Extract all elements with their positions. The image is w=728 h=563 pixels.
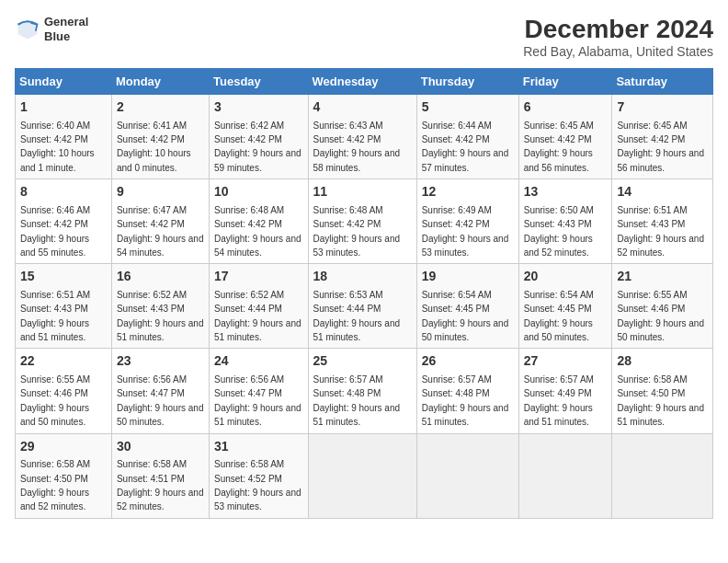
day-info: Sunrise: 6:54 AMSunset: 4:45 PMDaylight:… [422, 290, 509, 342]
calendar-cell: 31Sunrise: 6:58 AMSunset: 4:52 PMDayligh… [210, 433, 308, 518]
day-number: 4 [313, 98, 412, 117]
day-info: Sunrise: 6:58 AMSunset: 4:50 PMDaylight:… [20, 459, 90, 511]
day-info: Sunrise: 6:54 AMSunset: 4:45 PMDaylight:… [524, 290, 594, 342]
day-number: 23 [117, 352, 204, 371]
calendar-cell: 8Sunrise: 6:46 AMSunset: 4:42 PMDaylight… [16, 179, 112, 264]
day-info: Sunrise: 6:55 AMSunset: 4:46 PMDaylight:… [617, 290, 704, 342]
day-number: 18 [313, 268, 412, 286]
day-header-tuesday: Tuesday [210, 69, 308, 95]
day-number: 9 [117, 183, 204, 201]
calendar-cell: 11Sunrise: 6:48 AMSunset: 4:42 PMDayligh… [308, 179, 416, 264]
day-info: Sunrise: 6:55 AMSunset: 4:46 PMDaylight:… [20, 374, 90, 427]
day-info: Sunrise: 6:53 AMSunset: 4:44 PMDaylight:… [313, 290, 401, 342]
day-number: 28 [617, 352, 708, 371]
day-number: 17 [214, 268, 302, 286]
day-info: Sunrise: 6:57 AMSunset: 4:49 PMDaylight:… [524, 374, 594, 427]
day-number: 19 [422, 268, 514, 286]
calendar-cell: 23Sunrise: 6:56 AMSunset: 4:47 PMDayligh… [111, 349, 209, 433]
day-number: 2 [117, 98, 204, 117]
day-info: Sunrise: 6:51 AMSunset: 4:43 PMDaylight:… [20, 290, 90, 342]
page-header: General Blue December 2024 Red Bay, Alab… [15, 15, 713, 59]
day-header-wednesday: Wednesday [308, 69, 416, 95]
week-row-2: 8Sunrise: 6:46 AMSunset: 4:42 PMDaylight… [16, 179, 713, 264]
calendar-cell: 9Sunrise: 6:47 AMSunset: 4:42 PMDaylight… [111, 179, 209, 264]
day-number: 10 [214, 183, 302, 201]
calendar-cell [518, 433, 612, 518]
calendar-cell: 28Sunrise: 6:58 AMSunset: 4:50 PMDayligh… [612, 349, 713, 433]
calendar-cell: 4Sunrise: 6:43 AMSunset: 4:42 PMDaylight… [308, 95, 416, 179]
day-number: 24 [214, 352, 302, 371]
calendar-cell: 18Sunrise: 6:53 AMSunset: 4:44 PMDayligh… [308, 264, 416, 349]
day-header-sunday: Sunday [16, 69, 112, 95]
calendar-cell: 14Sunrise: 6:51 AMSunset: 4:43 PMDayligh… [612, 179, 713, 264]
subtitle: Red Bay, Alabama, United States [523, 44, 713, 59]
day-number: 14 [617, 183, 708, 201]
day-number: 20 [524, 268, 608, 286]
day-info: Sunrise: 6:52 AMSunset: 4:44 PMDaylight:… [214, 290, 301, 342]
calendar-cell: 17Sunrise: 6:52 AMSunset: 4:44 PMDayligh… [210, 264, 308, 349]
calendar-cell: 6Sunrise: 6:45 AMSunset: 4:42 PMDaylight… [518, 95, 612, 179]
day-info: Sunrise: 6:57 AMSunset: 4:48 PMDaylight:… [422, 374, 509, 427]
day-info: Sunrise: 6:46 AMSunset: 4:42 PMDaylight:… [20, 205, 90, 258]
calendar-cell: 21Sunrise: 6:55 AMSunset: 4:46 PMDayligh… [612, 264, 713, 349]
main-title: December 2024 [523, 15, 713, 44]
calendar-cell: 30Sunrise: 6:58 AMSunset: 4:51 PMDayligh… [111, 433, 209, 518]
day-number: 12 [422, 183, 514, 201]
day-info: Sunrise: 6:40 AMSunset: 4:42 PMDaylight:… [20, 121, 95, 173]
day-number: 27 [524, 352, 608, 371]
day-info: Sunrise: 6:45 AMSunset: 4:42 PMDaylight:… [524, 121, 594, 173]
calendar-cell: 26Sunrise: 6:57 AMSunset: 4:48 PMDayligh… [416, 349, 518, 433]
day-info: Sunrise: 6:45 AMSunset: 4:42 PMDaylight:… [617, 121, 704, 173]
day-number: 11 [313, 183, 412, 201]
calendar-cell: 20Sunrise: 6:54 AMSunset: 4:45 PMDayligh… [518, 264, 612, 349]
day-info: Sunrise: 6:58 AMSunset: 4:52 PMDaylight:… [214, 459, 301, 511]
calendar-cell: 16Sunrise: 6:52 AMSunset: 4:43 PMDayligh… [111, 264, 209, 349]
day-number: 30 [117, 438, 204, 456]
logo-text: General Blue [44, 15, 88, 43]
calendar-cell: 29Sunrise: 6:58 AMSunset: 4:50 PMDayligh… [16, 433, 112, 518]
day-number: 31 [214, 438, 302, 456]
day-info: Sunrise: 6:58 AMSunset: 4:50 PMDaylight:… [617, 374, 704, 427]
logo-icon [15, 17, 40, 42]
day-number: 5 [422, 98, 514, 117]
day-info: Sunrise: 6:48 AMSunset: 4:42 PMDaylight:… [313, 205, 401, 258]
calendar-cell: 25Sunrise: 6:57 AMSunset: 4:48 PMDayligh… [308, 349, 416, 433]
calendar-cell: 12Sunrise: 6:49 AMSunset: 4:42 PMDayligh… [416, 179, 518, 264]
day-info: Sunrise: 6:57 AMSunset: 4:48 PMDaylight:… [313, 374, 401, 427]
logo: General Blue [15, 15, 88, 43]
calendar-cell: 24Sunrise: 6:56 AMSunset: 4:47 PMDayligh… [210, 349, 308, 433]
day-info: Sunrise: 6:52 AMSunset: 4:43 PMDaylight:… [117, 290, 204, 342]
week-row-4: 22Sunrise: 6:55 AMSunset: 4:46 PMDayligh… [16, 349, 713, 433]
day-info: Sunrise: 6:58 AMSunset: 4:51 PMDaylight:… [117, 459, 204, 511]
day-number: 3 [214, 98, 302, 117]
calendar-cell: 2Sunrise: 6:41 AMSunset: 4:42 PMDaylight… [111, 95, 209, 179]
day-number: 29 [20, 438, 107, 456]
day-info: Sunrise: 6:42 AMSunset: 4:42 PMDaylight:… [214, 121, 301, 173]
day-info: Sunrise: 6:47 AMSunset: 4:42 PMDaylight:… [117, 205, 204, 258]
day-header-monday: Monday [111, 69, 209, 95]
day-number: 15 [20, 268, 107, 286]
calendar-cell: 5Sunrise: 6:44 AMSunset: 4:42 PMDaylight… [416, 95, 518, 179]
day-info: Sunrise: 6:50 AMSunset: 4:43 PMDaylight:… [524, 205, 594, 258]
calendar-cell: 7Sunrise: 6:45 AMSunset: 4:42 PMDaylight… [612, 95, 713, 179]
calendar-cell [308, 433, 416, 518]
day-info: Sunrise: 6:41 AMSunset: 4:42 PMDaylight:… [117, 121, 191, 173]
day-header-thursday: Thursday [416, 69, 518, 95]
day-number: 25 [313, 352, 412, 371]
day-info: Sunrise: 6:56 AMSunset: 4:47 PMDaylight:… [117, 374, 204, 427]
day-header-saturday: Saturday [612, 69, 713, 95]
day-info: Sunrise: 6:43 AMSunset: 4:42 PMDaylight:… [313, 121, 401, 173]
day-number: 8 [20, 183, 107, 201]
week-row-5: 29Sunrise: 6:58 AMSunset: 4:50 PMDayligh… [16, 433, 713, 518]
calendar-cell [612, 433, 713, 518]
calendar-table: SundayMondayTuesdayWednesdayThursdayFrid… [15, 68, 713, 519]
day-info: Sunrise: 6:56 AMSunset: 4:47 PMDaylight:… [214, 374, 301, 427]
title-section: December 2024 Red Bay, Alabama, United S… [523, 15, 713, 59]
calendar-cell: 10Sunrise: 6:48 AMSunset: 4:42 PMDayligh… [210, 179, 308, 264]
calendar-cell: 13Sunrise: 6:50 AMSunset: 4:43 PMDayligh… [518, 179, 612, 264]
header-row: SundayMondayTuesdayWednesdayThursdayFrid… [16, 69, 713, 95]
week-row-3: 15Sunrise: 6:51 AMSunset: 4:43 PMDayligh… [16, 264, 713, 349]
calendar-cell: 3Sunrise: 6:42 AMSunset: 4:42 PMDaylight… [210, 95, 308, 179]
day-number: 22 [20, 352, 107, 371]
day-number: 6 [524, 98, 608, 117]
